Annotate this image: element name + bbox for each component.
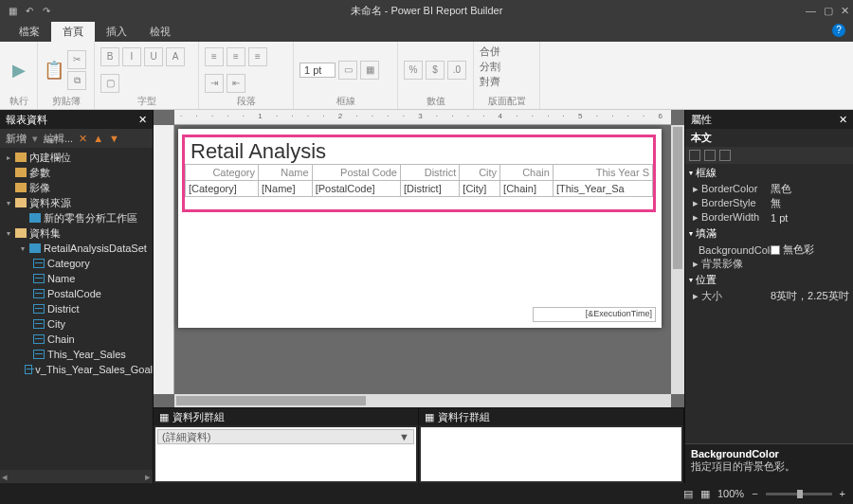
main: 報表資料✕ 新增▾ 編輯... ✕ ▲ ▼ ▸內建欄位 參數 影像 ▾資料來源 … [0,110,853,483]
down-icon[interactable]: ▼ [109,133,119,144]
minimize-icon[interactable]: — [806,5,816,17]
view-mode2-icon[interactable]: ▦ [700,488,710,500]
maximize-icon[interactable]: ▢ [824,5,833,17]
hscrollbar[interactable] [174,394,671,407]
bold-icon[interactable]: B [100,47,119,66]
view-mode-icon[interactable]: ▤ [683,488,693,500]
prop-bordercolor[interactable]: 黑色 [771,182,853,196]
cat-pos[interactable]: 位置 [696,273,717,287]
zoom-in-icon[interactable]: + [840,488,845,499]
tree-f1[interactable]: Category [47,258,90,269]
execution-time-cell[interactable]: [&ExecutionTime] [533,307,656,322]
align-center-icon[interactable]: ≡ [227,47,245,66]
close-icon[interactable]: ✕ [841,5,849,17]
col-h-5[interactable]: Chain [500,165,554,181]
categorized-icon[interactable] [689,150,700,161]
cat-fill[interactable]: 填滿 [696,226,717,241]
row-groups-body[interactable]: (詳細資料)▼ [155,427,416,481]
new-button[interactable]: 新增 [6,132,27,146]
split-button[interactable]: 分割 [480,60,500,74]
col-groups-body[interactable] [421,427,681,481]
border-style-icon[interactable]: ▭ [338,61,357,80]
tree-params[interactable]: 參數 [29,166,50,180]
border-weight-input[interactable]: 1 pt [299,63,336,78]
prop-size[interactable]: 8英吋，2.25英吋 [771,289,853,303]
number-format-icon[interactable]: % [404,61,423,80]
outdent-icon[interactable]: ⇤ [227,74,245,93]
edit-button[interactable]: 編輯... [44,132,73,146]
cut-icon[interactable]: ✂ [67,50,86,69]
tree-datasets[interactable]: 資料集 [29,226,61,241]
col-h-3[interactable]: District [401,165,460,181]
align-left-icon[interactable]: ≡ [205,47,224,66]
tree-f5[interactable]: City [47,318,65,330]
cell-1[interactable]: [Name] [259,181,313,197]
panel-close-icon[interactable]: ✕ [138,114,147,126]
help-icon[interactable]: ? [832,24,845,37]
cell-2[interactable]: [PostalCode] [312,181,400,197]
prop-close-icon[interactable]: ✕ [839,114,847,126]
prop-borderstyle[interactable]: 無 [771,196,853,210]
prop-pages-icon[interactable] [719,150,731,161]
report-body[interactable]: Retail Analysis Category Name Postal Cod… [178,129,662,328]
border-color-icon[interactable]: ▦ [360,61,379,80]
chevron-down-icon[interactable]: ▼ [399,431,409,442]
font-color-icon[interactable]: A [166,47,185,66]
report-table[interactable]: Category Name Postal Code District City … [185,164,653,197]
cat-border[interactable]: 框線 [696,166,717,180]
tree-f7[interactable]: This_Year_Sales [47,349,126,360]
zoom-out-icon[interactable]: − [752,488,757,499]
col-h-6[interactable]: This Year S [553,165,652,181]
tree-sources[interactable]: 資料來源 [29,196,71,210]
tab-insert[interactable]: 插入 [95,22,138,42]
left-panel-hscroll[interactable]: ◂▸ [0,470,153,483]
indent-icon[interactable]: ⇥ [205,74,224,93]
tab-home[interactable]: 首頁 [51,22,95,42]
canvas[interactable]: Retail Analysis Category Name Postal Cod… [154,110,684,407]
col-h-0[interactable]: Category [186,165,259,181]
tree-images[interactable]: 影像 [29,181,50,195]
undo-icon[interactable]: ↶ [23,4,36,17]
italic-icon[interactable]: I [122,47,141,66]
tab-view[interactable]: 檢視 [138,22,182,42]
col-h-2[interactable]: Postal Code [312,165,400,181]
cell-6[interactable]: [This_Year_Sa [553,181,652,197]
fill-color-icon[interactable]: ▢ [100,74,119,93]
vscrollbar[interactable] [671,125,684,394]
col-h-4[interactable]: City [460,165,500,181]
report-title[interactable]: Retail Analysis [185,137,653,164]
report-data-tree[interactable]: ▸內建欄位 參數 影像 ▾資料來源 新的零售分析工作區 ▾資料集 ▾Retail… [0,148,153,470]
alpha-icon[interactable] [704,150,716,161]
decimal-icon[interactable]: .0 [447,61,466,80]
prop-borderwidth[interactable]: 1 pt [771,212,853,224]
tree-ds1[interactable]: RetailAnalysisDataSet [44,243,147,254]
row-group-details[interactable]: (詳細資料)▼ [157,429,414,444]
zoom-slider[interactable] [766,493,832,495]
up-icon[interactable]: ▲ [93,133,103,144]
tree-f4[interactable]: District [47,303,80,315]
cell-5[interactable]: [Chain] [500,181,554,197]
tree-src1[interactable]: 新的零售分析工作區 [44,211,137,225]
run-icon[interactable]: ▶ [12,60,26,81]
property-grid[interactable]: ▾框線 ▸ BorderColor黑色 ▸ BorderStyle無 ▸ Bor… [685,164,853,443]
currency-icon[interactable]: $ [426,61,445,80]
merge-button[interactable]: 合併 [480,45,500,59]
tree-f3[interactable]: PostalCode [47,288,101,299]
prop-bgcolor[interactable]: 無色彩 [771,243,853,257]
tree-builtin[interactable]: 內建欄位 [29,151,71,165]
tree-f8[interactable]: v_This_Year_Sales_Goal [35,364,153,375]
delete-icon[interactable]: ✕ [79,133,87,145]
align-right-icon[interactable]: ≡ [248,47,267,66]
cell-0[interactable]: [Category] [186,181,259,197]
paste-icon[interactable]: 📋 [44,60,64,81]
align-button[interactable]: 對齊 [480,75,500,89]
col-h-1[interactable]: Name [259,165,313,181]
cell-3[interactable]: [District] [401,181,460,197]
tree-f6[interactable]: Chain [47,333,75,345]
copy-icon[interactable]: ⧉ [67,71,86,90]
tree-f2[interactable]: Name [47,273,75,284]
underline-icon[interactable]: U [144,47,163,66]
cell-4[interactable]: [City] [460,181,500,197]
tab-file[interactable]: 檔案 [8,22,51,42]
redo-icon[interactable]: ↷ [40,4,53,17]
